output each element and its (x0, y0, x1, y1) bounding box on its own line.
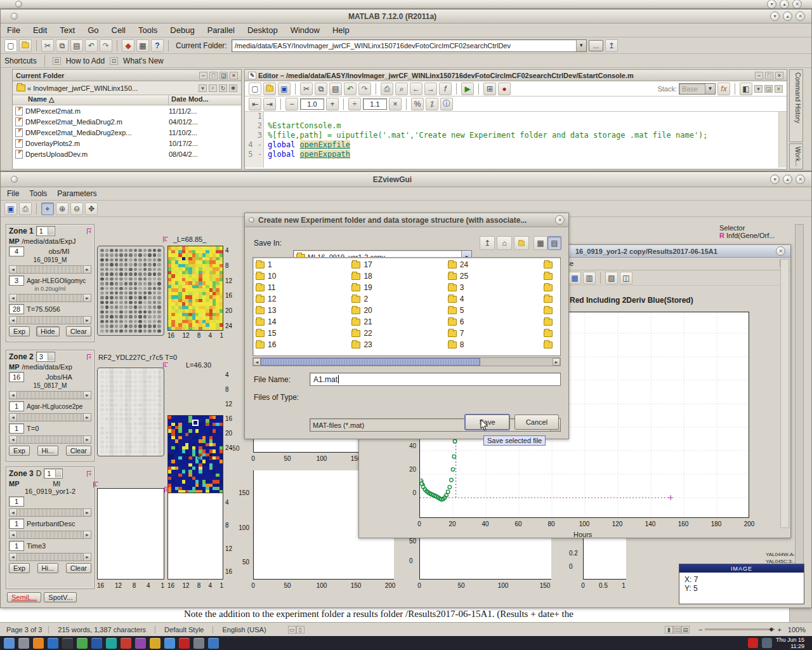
minimize-button[interactable]: ▾ (767, 0, 776, 9)
maximize-button[interactable]: ▴ (783, 11, 792, 21)
scroll-right-icon[interactable]: ► (553, 358, 560, 366)
multi-page-view-icon[interactable]: ▯▯ (673, 626, 681, 633)
semilog-button[interactable]: SemiL... (7, 592, 41, 602)
window-menu-icon[interactable] (15, 1, 22, 8)
zoom-percent[interactable]: 100% (782, 626, 812, 633)
open-folder-icon[interactable] (19, 39, 32, 52)
menu-item[interactable]: Go (88, 25, 98, 35)
folder-item[interactable]: 2 (351, 293, 445, 305)
tab-workspace[interactable]: Work... (789, 143, 803, 169)
taskbar-app-icon[interactable] (91, 638, 102, 649)
folder-item[interactable]: 8 (448, 339, 541, 350)
copy-icon[interactable]: ⧉ (56, 39, 69, 52)
hide-button[interactable]: Hi... (37, 563, 59, 573)
value-field-2[interactable]: 1.1 (363, 98, 387, 110)
taskbar-app-icon[interactable] (106, 638, 117, 649)
maximize-button[interactable]: ▴ (780, 0, 789, 9)
media-slider[interactable]: ◄► (9, 413, 91, 421)
fx-icon[interactable]: fx (717, 83, 730, 95)
mp-slider[interactable]: ◄► (9, 508, 91, 517)
folder-icon[interactable] (544, 307, 553, 314)
cancel-button[interactable]: Cancel (514, 415, 559, 430)
maximize-button[interactable]: ▴ (783, 175, 792, 184)
time-slider[interactable]: ◄► (9, 553, 91, 561)
time-value[interactable]: 1 (9, 541, 24, 551)
close-button[interactable]: ✕ (796, 11, 805, 21)
folder-icon[interactable] (544, 296, 553, 303)
open-folder-icon[interactable] (263, 83, 276, 95)
document-note-text[interactable]: Note the addition to the experiment fold… (184, 609, 573, 620)
editor-panel-header[interactable]: ✎ Editor – /media/data/EASY/InovImager_j… (245, 70, 787, 81)
undock-icon[interactable]: ◲ (219, 72, 228, 79)
file-row[interactable]: DMPexcel2mat_MediaDrug2.m 04/01/2... (13, 116, 241, 127)
chevron-down-icon[interactable]: ▼ (576, 40, 586, 51)
zone-spinner[interactable]: 1 (44, 468, 63, 479)
folder-item[interactable]: 10 (256, 270, 349, 282)
taskbar-app-icon[interactable] (164, 638, 175, 649)
breadcrumb[interactable]: « InovImager_jwrCF_WINLinx150... (27, 84, 197, 92)
cut-icon[interactable]: ✂ (300, 83, 313, 95)
time-value[interactable]: 1 (9, 423, 24, 434)
close-icon[interactable]: × (230, 72, 238, 79)
folder-item[interactable]: 3 (448, 282, 541, 293)
dialog-titlebar[interactable]: Create new Experiment folder and data st… (245, 213, 568, 227)
mp-slider[interactable]: ◄► (9, 391, 91, 399)
single-page-view-icon[interactable]: ▮ (665, 626, 673, 633)
time-value[interactable]: 28 (9, 304, 24, 314)
value-field-1[interactable]: 1.0 (300, 98, 324, 110)
folder-icon[interactable] (544, 342, 553, 348)
folder-item[interactable]: 14 (256, 316, 349, 328)
help-icon[interactable]: ? (151, 39, 164, 52)
scroll-left-icon[interactable]: ◄ (253, 358, 261, 366)
folder-item[interactable]: 19 (351, 282, 445, 293)
print-icon[interactable]: ⎙ (19, 202, 32, 215)
paragraph-style[interactable]: Default Style (155, 626, 213, 633)
current-folder-panel-header[interactable]: Current Folder – □ ◲ × (13, 70, 241, 81)
taskbar-app-icon[interactable] (193, 638, 204, 649)
folder-item[interactable]: 13 (256, 305, 349, 316)
file-row[interactable]: DoverlayPlots2.m 10/17/2... (13, 138, 241, 149)
undock-icon[interactable]: ◲ (764, 85, 773, 93)
menu-item[interactable]: Edit (33, 25, 47, 35)
media-value[interactable]: 1 (9, 519, 24, 529)
mp-value[interactable]: 4 (9, 246, 24, 256)
folder-item[interactable]: 16 (256, 339, 349, 350)
datacursor-icon[interactable]: ⌖ (41, 202, 54, 215)
chevron-down-icon[interactable]: ▼ (705, 84, 715, 94)
writer-scrollbar[interactable] (789, 606, 812, 623)
folder-item[interactable]: 18 (351, 270, 445, 282)
image-panel-titlebar[interactable]: IMAGE (679, 564, 804, 573)
gene-label[interactable]: YAL044W-A-... (766, 552, 799, 557)
plate-image-1[interactable] (97, 246, 164, 336)
minimize-button[interactable]: ▾ (770, 175, 780, 184)
blank-plot-2[interactable] (167, 493, 223, 580)
cut-icon[interactable]: ✂ (41, 39, 54, 52)
home-icon[interactable]: ⌂ (497, 236, 512, 250)
guide-icon[interactable]: ▦ (136, 39, 149, 52)
word-count[interactable]: 215 words, 1,387 characters (48, 626, 155, 633)
time-slider[interactable]: ◄► (9, 316, 91, 324)
menu-item[interactable]: Tools (29, 189, 47, 198)
folder-item[interactable]: 23 (351, 339, 445, 350)
file-row[interactable]: DpertsUploadDev.m 08/04/2... (13, 149, 241, 159)
media-slider[interactable]: ◄► (9, 531, 91, 539)
table-view-icon[interactable]: ▥ (583, 272, 596, 284)
refresh-icon[interactable]: ↻ (219, 84, 227, 92)
zoom-out-icon[interactable]: ⊖ (70, 202, 83, 215)
taskbar-app-icon[interactable] (135, 638, 146, 649)
close-icon[interactable]: × (775, 72, 783, 79)
undo-icon[interactable]: ↶ (344, 83, 357, 95)
new-file-icon[interactable]: ▢ (249, 83, 261, 95)
info-icon[interactable]: ⓘ (440, 98, 453, 110)
results-scrollbar[interactable] (780, 259, 789, 528)
exp-button[interactable]: Exp (9, 326, 30, 336)
folder-up-icon[interactable]: ↥ (605, 39, 618, 52)
print-icon[interactable]: ⎙ (381, 83, 393, 95)
paste-icon[interactable]: ▤ (70, 39, 83, 52)
decrease-icon[interactable]: − (285, 98, 298, 110)
drag-handle-icon[interactable]: ⫞ (87, 471, 91, 477)
blank-plot-1[interactable] (97, 488, 164, 580)
back-icon[interactable]: ← (410, 83, 422, 95)
redo-icon[interactable]: ↷ (100, 39, 112, 52)
file-row[interactable]: DMPexcel2mat_MediaDrug2exp... 11/10/2... (13, 127, 241, 138)
